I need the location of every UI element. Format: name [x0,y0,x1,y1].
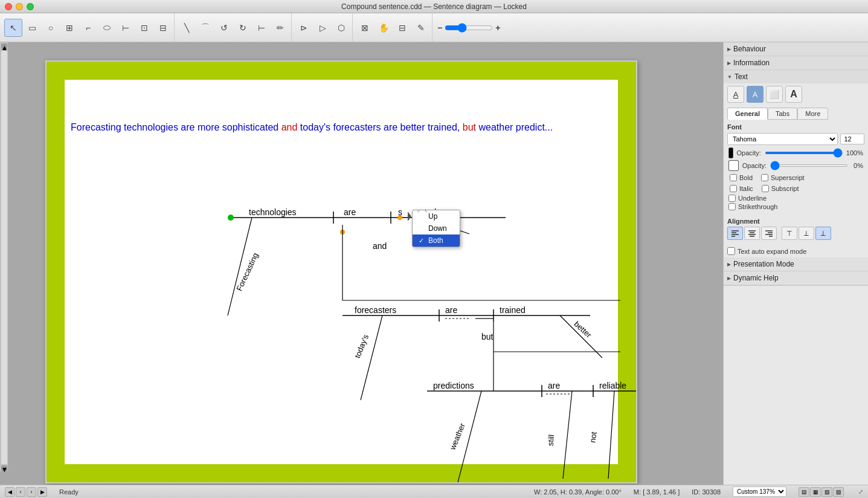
tab-more[interactable]: More [797,108,828,120]
shape-tool-4[interactable]: ⊟ [154,19,172,37]
tab-general[interactable]: General [727,108,768,120]
vertical-scrollbar[interactable]: ▲ ▼ [0,42,8,471]
presentation-header[interactable]: ▶ Presentation Mode [724,257,868,271]
color-swatch-2[interactable] [728,160,739,171]
ellipse-tool[interactable]: ○ [42,19,60,37]
pen-tool[interactable]: ✏ [271,19,289,37]
print-tool[interactable]: ⊟ [393,19,411,37]
minimize-button[interactable] [16,3,23,10]
view-mode-1[interactable]: ▤ [799,487,809,497]
zoom-out-icon[interactable]: − [437,23,442,33]
canvas-document[interactable]: Forecasting technologies are more sophis… [45,60,637,483]
diagram-svg: technologies are s ated Forecasting [47,62,636,482]
bold-checkbox[interactable] [730,174,737,181]
svg-text:predictions: predictions [433,381,474,390]
svg-text:still: still [546,434,556,446]
view-mode-3[interactable]: ▧ [821,487,832,497]
dynamic-help-header[interactable]: ▶ Dynamic Help [724,271,868,285]
behaviour-triangle: ▶ [727,47,731,52]
underline-checkbox[interactable] [728,195,736,202]
opacity-slider-2[interactable] [770,164,848,167]
svg-text:weather: weather [448,421,467,451]
down-label: Down [428,224,447,233]
subscript-checkbox[interactable] [762,185,769,192]
zoom-in-icon[interactable]: + [495,23,500,33]
rectangle-tool[interactable]: ▭ [23,19,41,37]
flow-tools: ⊳ ▷ ⬡ [293,13,353,42]
context-menu-down[interactable]: Down [413,222,460,234]
smart-tool[interactable]: ⬡ [332,19,350,37]
scroll-up[interactable]: ▲ [1,44,7,50]
big-a-btn[interactable]: A [785,86,802,103]
text-expand-checkbox[interactable] [727,247,735,255]
valign-mid-btn[interactable]: ⊥ [799,227,814,240]
shape-tool-3[interactable]: ⊡ [135,19,153,37]
view-mode-4[interactable]: ▨ [833,487,844,497]
information-header[interactable]: ▶ Information [724,56,868,70]
presentation-triangle: ▶ [727,262,731,267]
canvas-area[interactable]: ▲ ▼ Forecasting technologies are more so… [0,42,723,485]
fit-tool[interactable]: ⊠ [356,19,374,37]
line-tool[interactable]: ╲ [178,19,196,37]
page-next-btn[interactable]: ▶ [37,487,47,497]
valign-top-btn[interactable]: ⊤ [782,227,797,240]
svg-text:today's: today's [353,333,370,360]
right-panel: ▶ Behaviour ▶ Information ▼ Text A A ⬜ A [723,42,868,485]
highlight-btn[interactable]: A [747,86,764,103]
align-left-btn[interactable] [727,227,743,240]
expand-icon[interactable]: ⤢ [858,488,863,495]
selection-tools: ↖ ▭ ○ ⊞ ⌐ ⬭ ⊢ ⊡ ⊟ [2,13,175,42]
dynamic-help-label: Dynamic Help [733,274,779,282]
superscript-checkbox[interactable] [761,174,768,181]
italic-checkbox[interactable] [730,185,737,192]
window-controls [5,3,34,10]
valign-bot-btn[interactable]: ⊥ [815,227,831,240]
pencil-tool[interactable]: ✎ [412,19,430,37]
opacity-slider-1[interactable] [765,152,843,154]
context-menu-both[interactable]: ✓ Both [413,234,460,247]
undo-tool[interactable]: ↺ [215,19,233,37]
page-prev-btn[interactable]: ◀ [5,487,14,497]
align-right-btn[interactable] [761,227,777,240]
svg-point-8 [228,215,234,221]
textbox-btn[interactable]: ⬜ [766,86,783,103]
scroll-down[interactable]: ▼ [1,465,7,471]
zoom-area: − + [434,23,504,33]
alignment-section: Alignment ⊤ [724,215,868,245]
close-button[interactable] [5,3,12,10]
ready-status: Ready [59,488,79,496]
font-size-input[interactable] [840,134,864,144]
curved-tool[interactable]: ⌒ [196,19,214,37]
zoom-select[interactable]: Custom 137% [733,487,786,497]
hand-tool[interactable]: ✋ [375,19,393,37]
tab-tabs[interactable]: Tabs [768,108,797,120]
table-tool[interactable]: ⊞ [60,19,79,37]
page-prev-small-btn[interactable]: ‹ [16,487,25,497]
connect-tool[interactable]: ⊢ [252,19,271,37]
shape-tool-2[interactable]: ⊢ [117,19,135,37]
superscript-label: Superscript [771,174,805,181]
text-expand-label: Text auto expand mode [738,248,806,255]
view-mode-2[interactable]: ▦ [810,487,821,497]
page-next-small-btn[interactable]: › [27,487,36,497]
behaviour-header[interactable]: ▶ Behaviour [724,42,868,56]
redo-tool[interactable]: ↻ [234,19,252,37]
maximize-button[interactable] [27,3,34,10]
font-name-select[interactable]: Tahoma [727,133,838,145]
flow-in-tool[interactable]: ⊳ [295,19,313,37]
align-rows: ⊤ ⊥ ⊥ [727,227,864,242]
color-row-1: Opacity: 100% [727,147,864,158]
text-header[interactable]: ▼ Text [724,70,868,83]
corner-connector-tool[interactable]: ⌐ [79,19,97,37]
flow-out-tool[interactable]: ▷ [313,19,332,37]
mouse-status: M: [ 3.89, 1.46 ] [634,488,680,496]
zoom-slider[interactable] [445,23,493,33]
shape-tool-1[interactable]: ⬭ [98,19,116,37]
svg-text:are: are [548,381,560,390]
color-swatch-1[interactable] [728,147,733,158]
strikethrough-checkbox[interactable] [728,203,736,210]
underline-char-btn[interactable]: A [727,86,744,103]
text-icon-row: A A ⬜ A [724,83,868,105]
select-tool[interactable]: ↖ [4,19,22,37]
align-center-btn[interactable] [744,227,760,240]
